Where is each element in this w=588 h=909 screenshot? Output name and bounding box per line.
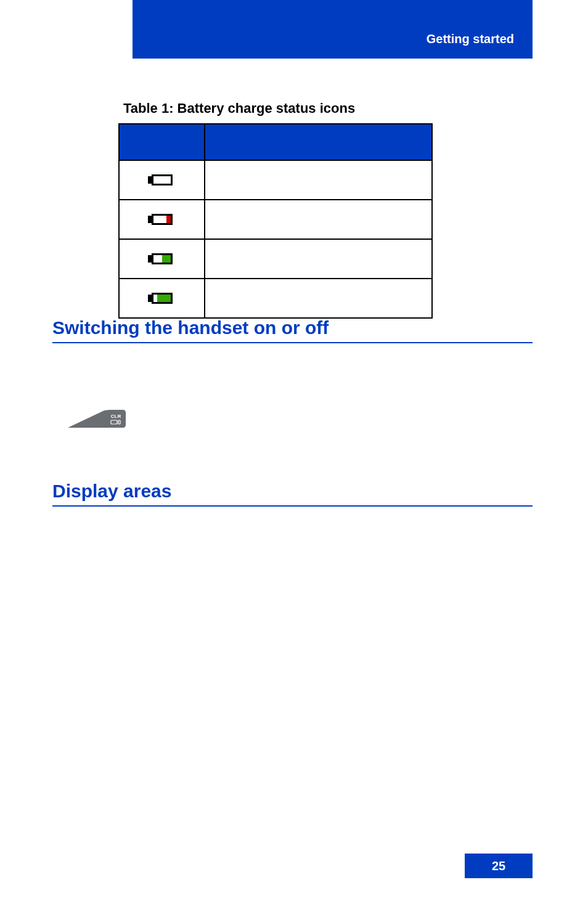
clr-key-icon: CLR bbox=[68, 407, 126, 431]
section-switching: Switching the handset on or off bbox=[52, 317, 533, 343]
table-caption: Table 1: Battery charge status icons bbox=[123, 100, 355, 116]
table-header-status bbox=[205, 124, 432, 160]
table-row bbox=[119, 160, 432, 200]
battery-icon-cell bbox=[119, 160, 205, 200]
heading-rule bbox=[52, 505, 533, 507]
table-header-icon bbox=[119, 124, 205, 160]
page: Getting started Table 1: Battery charge … bbox=[0, 0, 588, 909]
battery-icon-cell bbox=[119, 200, 205, 239]
table-row bbox=[119, 279, 432, 318]
battery-desc-cell bbox=[205, 160, 432, 200]
battery-status-table bbox=[118, 123, 433, 319]
page-number: 25 bbox=[465, 854, 533, 878]
battery-icon-cell bbox=[119, 279, 205, 318]
battery-icon-cell bbox=[119, 239, 205, 279]
header-section-label: Getting started bbox=[427, 32, 514, 46]
heading-rule bbox=[52, 342, 533, 343]
table-row bbox=[119, 239, 432, 279]
battery-desc-cell bbox=[205, 239, 432, 279]
section-display-areas: Display areas bbox=[52, 481, 533, 507]
battery-desc-cell bbox=[205, 200, 432, 239]
table-row bbox=[119, 200, 432, 239]
battery-desc-cell bbox=[205, 279, 432, 318]
battery-icon bbox=[152, 174, 173, 185]
heading-display-areas: Display areas bbox=[52, 481, 533, 502]
table-header-row bbox=[119, 124, 432, 160]
battery-icon bbox=[152, 214, 173, 225]
heading-switching: Switching the handset on or off bbox=[52, 317, 533, 338]
header-tab: Getting started bbox=[133, 0, 533, 59]
battery-icon bbox=[152, 293, 173, 304]
battery-icon bbox=[152, 253, 173, 264]
clr-key-label: CLR bbox=[111, 414, 121, 419]
